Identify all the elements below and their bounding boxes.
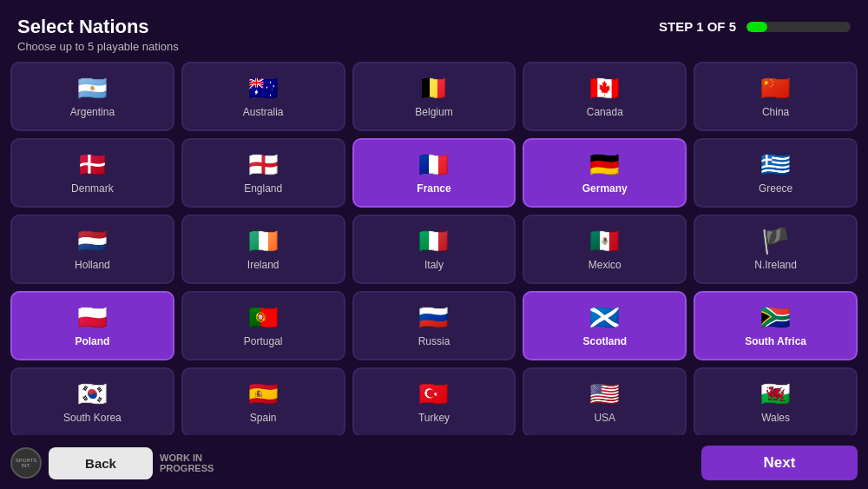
nation-card-scotland[interactable]: 🏴󠁧󠁢󠁳󠁣󠁴󠁿Scotland bbox=[523, 291, 687, 360]
nation-flag-scotland: 🏴󠁧󠁢󠁳󠁣󠁴󠁿 bbox=[589, 306, 620, 330]
nation-card-denmark[interactable]: 🇩🇰Denmark bbox=[10, 138, 174, 208]
nation-flag-france: 🇫🇷 bbox=[418, 153, 449, 177]
nation-name-italy: Italy bbox=[424, 259, 444, 271]
nation-name-china: China bbox=[762, 106, 789, 118]
nation-flag-italy: 🇮🇹 bbox=[418, 229, 449, 254]
next-button[interactable]: Next bbox=[701, 446, 858, 480]
nation-name-wales: Wales bbox=[761, 412, 790, 424]
nation-flag-germany: 🇩🇪 bbox=[589, 153, 620, 177]
nation-card-mexico[interactable]: 🇲🇽Mexico bbox=[523, 215, 687, 284]
nation-name-greece: Greece bbox=[759, 182, 792, 195]
nation-name-portugal: Portugal bbox=[244, 335, 283, 347]
nation-card-portugal[interactable]: 🇵🇹Portugal bbox=[181, 291, 345, 360]
nation-card-south_korea[interactable]: 🇰🇷South Korea bbox=[10, 367, 174, 435]
nation-flag-ireland: 🇮🇪 bbox=[248, 229, 279, 254]
step-block: STEP 1 OF 5 bbox=[659, 16, 851, 34]
title-block: Select Nations Choose up to 5 playable n… bbox=[17, 16, 179, 53]
nation-card-russia[interactable]: 🇷🇺Russia bbox=[352, 291, 516, 360]
nation-card-germany[interactable]: 🇩🇪Germany bbox=[523, 138, 687, 208]
page-subtitle: Choose up to 5 playable nations bbox=[17, 40, 179, 53]
nation-flag-denmark: 🇩🇰 bbox=[77, 153, 108, 177]
nation-card-china[interactable]: 🇨🇳China bbox=[694, 62, 858, 131]
nation-name-turkey: Turkey bbox=[418, 412, 450, 424]
nation-name-nireland: N.Ireland bbox=[754, 259, 797, 271]
nation-name-usa: USA bbox=[594, 412, 615, 424]
nation-flag-south_africa: 🇿🇦 bbox=[760, 306, 791, 330]
nation-flag-belgium: 🇧🇪 bbox=[418, 76, 449, 101]
nation-card-usa[interactable]: 🇺🇸USA bbox=[523, 367, 687, 435]
progress-bar-bg bbox=[746, 22, 851, 32]
nation-flag-south_korea: 🇰🇷 bbox=[77, 382, 108, 406]
page-title: Select Nations bbox=[17, 16, 179, 38]
nation-name-holland: Holland bbox=[75, 259, 110, 271]
progress-bar-fill bbox=[746, 22, 767, 32]
nation-name-south_korea: South Korea bbox=[63, 412, 122, 424]
nation-name-germany: Germany bbox=[582, 182, 628, 195]
nations-grid: 🇦🇷Argentina🇦🇺Australia🇧🇪Belgium🇨🇦Canada🇨… bbox=[0, 62, 868, 435]
nation-flag-poland: 🇵🇱 bbox=[77, 306, 108, 330]
nation-flag-greece: 🇬🇷 bbox=[760, 153, 791, 177]
nation-card-australia[interactable]: 🇦🇺Australia bbox=[181, 62, 345, 131]
nation-name-ireland: Ireland bbox=[247, 259, 279, 271]
nation-flag-turkey: 🇹🇷 bbox=[418, 382, 449, 406]
nation-flag-china: 🇨🇳 bbox=[760, 76, 791, 101]
nation-card-nireland[interactable]: 🏴N.Ireland bbox=[694, 215, 858, 284]
nation-card-canada[interactable]: 🇨🇦Canada bbox=[523, 62, 687, 131]
nation-card-greece[interactable]: 🇬🇷Greece bbox=[694, 138, 858, 208]
nation-card-argentina[interactable]: 🇦🇷Argentina bbox=[10, 62, 174, 131]
nation-name-argentina: Argentina bbox=[70, 106, 115, 118]
nation-name-poland: Poland bbox=[75, 335, 109, 347]
nation-card-poland[interactable]: 🇵🇱Poland bbox=[10, 291, 174, 360]
nation-card-italy[interactable]: 🇮🇹Italy bbox=[352, 215, 516, 284]
nation-name-mexico: Mexico bbox=[589, 259, 621, 271]
nation-name-spain: Spain bbox=[250, 412, 277, 424]
nation-flag-canada: 🇨🇦 bbox=[589, 76, 620, 101]
nation-flag-mexico: 🇲🇽 bbox=[589, 229, 620, 254]
nation-flag-portugal: 🇵🇹 bbox=[248, 306, 279, 330]
nation-card-wales[interactable]: 🏴󠁧󠁢󠁷󠁬󠁳󠁿Wales bbox=[694, 367, 858, 435]
nation-name-australia: Australia bbox=[243, 106, 284, 118]
back-button[interactable]: Back bbox=[49, 447, 153, 479]
nation-flag-spain: 🇪🇸 bbox=[248, 382, 279, 406]
nation-card-england[interactable]: 🏴󠁧󠁢󠁥󠁮󠁧󠁿England bbox=[181, 138, 345, 208]
nation-name-denmark: Denmark bbox=[71, 182, 114, 195]
nation-flag-usa: 🇺🇸 bbox=[589, 382, 620, 406]
step-label: STEP 1 OF 5 bbox=[659, 19, 736, 34]
bottom-bar: SPORTSINT. Back WORK INPROGRESS Next bbox=[0, 437, 868, 489]
nation-flag-holland: 🇳🇱 bbox=[77, 229, 108, 254]
watermark-text: WORK INPROGRESS bbox=[160, 453, 214, 473]
nation-flag-australia: 🇦🇺 bbox=[248, 76, 279, 101]
nation-flag-england: 🏴󠁧󠁢󠁥󠁮󠁧󠁿 bbox=[248, 153, 279, 177]
nation-name-south_africa: South Africa bbox=[745, 335, 806, 347]
nation-flag-argentina: 🇦🇷 bbox=[77, 76, 108, 101]
nation-name-england: England bbox=[244, 182, 282, 195]
nation-card-south_africa[interactable]: 🇿🇦South Africa bbox=[694, 291, 858, 360]
nation-flag-nireland: 🏴 bbox=[760, 229, 791, 254]
nation-name-scotland: Scotland bbox=[582, 335, 627, 347]
nation-flag-wales: 🏴󠁧󠁢󠁷󠁬󠁳󠁿 bbox=[760, 382, 791, 406]
nation-flag-russia: 🇷🇺 bbox=[418, 306, 449, 330]
nation-card-belgium[interactable]: 🇧🇪Belgium bbox=[352, 62, 516, 131]
nation-card-turkey[interactable]: 🇹🇷Turkey bbox=[352, 367, 516, 435]
nation-card-france[interactable]: 🇫🇷France bbox=[352, 138, 516, 208]
header: Select Nations Choose up to 5 playable n… bbox=[0, 0, 868, 62]
nation-name-belgium: Belgium bbox=[415, 106, 452, 118]
nation-card-spain[interactable]: 🇪🇸Spain bbox=[181, 367, 345, 435]
nation-card-holland[interactable]: 🇳🇱Holland bbox=[10, 215, 174, 284]
nation-card-ireland[interactable]: 🇮🇪Ireland bbox=[181, 215, 345, 284]
nation-name-france: France bbox=[417, 182, 450, 195]
watermark-logo: SPORTSINT. bbox=[10, 447, 42, 479]
nation-name-russia: Russia bbox=[418, 335, 450, 347]
nation-name-canada: Canada bbox=[587, 106, 623, 118]
